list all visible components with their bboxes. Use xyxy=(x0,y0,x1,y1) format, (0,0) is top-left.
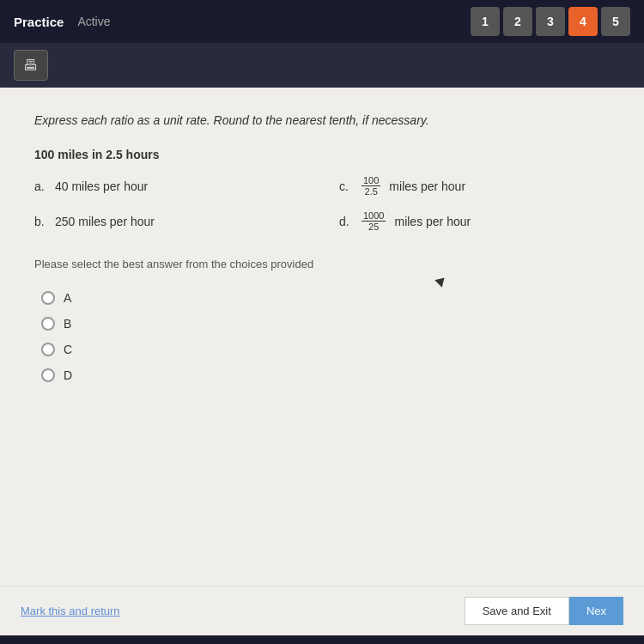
cursor-indicator xyxy=(434,274,448,288)
header: Practice Active 1 2 3 4 5 xyxy=(0,0,644,43)
practice-label: Practice xyxy=(14,15,64,29)
answer-a-letter: a. xyxy=(34,179,48,193)
radio-option-a[interactable]: A xyxy=(41,291,610,305)
main-content: Express each ratio as a unit rate. Round… xyxy=(0,88,644,586)
answer-b: b. 250 miles per hour xyxy=(34,210,305,232)
question-problem: 100 miles in 2.5 hours xyxy=(34,148,610,161)
nav-btn-1[interactable]: 1 xyxy=(471,7,500,36)
radio-label-c: C xyxy=(64,343,72,356)
answer-d-text: miles per hour xyxy=(394,215,471,228)
fraction-c-denominator: 2.5 xyxy=(363,186,380,197)
radio-circle-c xyxy=(41,343,55,356)
fraction-c-numerator: 100 xyxy=(361,175,380,186)
answer-a-text: 40 miles per hour xyxy=(55,179,148,193)
nav-btn-3[interactable]: 3 xyxy=(536,7,565,36)
radio-label-d: D xyxy=(64,368,72,382)
fraction-d-denominator: 25 xyxy=(367,222,380,232)
footer: Mark this and return Save and Exit Nex xyxy=(0,586,644,635)
nav-btn-4[interactable]: 4 xyxy=(568,7,598,36)
answer-c-text: miles per hour xyxy=(389,179,465,193)
radio-option-d[interactable]: D xyxy=(41,368,610,382)
answer-d: d. 1000 25 miles per hour xyxy=(339,210,610,232)
radio-option-b[interactable]: B xyxy=(41,317,610,331)
radio-option-c[interactable]: C xyxy=(41,343,610,356)
answer-c-letter: c. xyxy=(339,179,353,193)
radio-circle-a xyxy=(41,291,55,305)
mark-link[interactable]: Mark this and return xyxy=(21,605,120,617)
nav-btn-2[interactable]: 2 xyxy=(503,7,532,36)
save-exit-button[interactable]: Save and Exit xyxy=(465,597,569,625)
answer-d-fraction: 1000 25 xyxy=(361,210,386,232)
radio-circle-d xyxy=(41,368,55,382)
status-badge: Active xyxy=(77,15,110,28)
answer-c: c. 100 2.5 miles per hour xyxy=(339,175,610,197)
toolbar: 🖶 xyxy=(0,43,644,88)
print-icon: 🖶 xyxy=(23,57,39,75)
radio-label-a: A xyxy=(64,291,71,305)
nav-buttons: 1 2 3 4 5 xyxy=(471,7,630,36)
print-button[interactable]: 🖶 xyxy=(14,50,48,81)
answers-grid: a. 40 miles per hour c. 100 2.5 miles pe… xyxy=(34,175,610,232)
fraction-d-numerator: 1000 xyxy=(361,210,386,222)
select-prompt: Please select the best answer from the c… xyxy=(34,258,610,270)
question-instruction: Express each ratio as a unit rate. Round… xyxy=(34,113,610,127)
next-button[interactable]: Nex xyxy=(569,597,623,625)
radio-label-b: B xyxy=(64,317,71,331)
answer-b-letter: b. xyxy=(34,215,48,228)
footer-buttons: Save and Exit Nex xyxy=(465,597,623,625)
answer-b-text: 250 miles per hour xyxy=(55,215,155,228)
answer-c-fraction: 100 2.5 xyxy=(361,175,380,197)
answer-d-letter: d. xyxy=(339,215,353,228)
radio-group: A B C D xyxy=(41,291,610,382)
nav-btn-5[interactable]: 5 xyxy=(601,7,630,36)
radio-circle-b xyxy=(41,317,55,331)
answer-a: a. 40 miles per hour xyxy=(34,175,305,197)
